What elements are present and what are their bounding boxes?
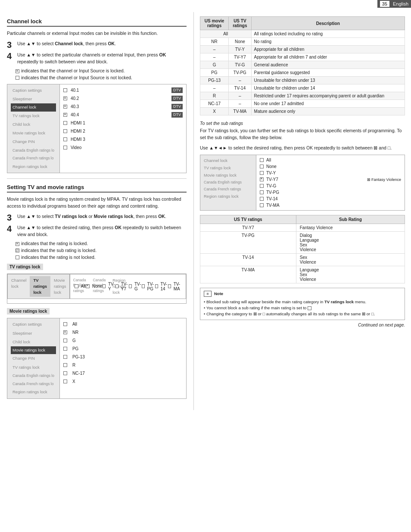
sub-sb-region[interactable]: Region ratings lock bbox=[200, 193, 256, 200]
sidebar-change-pin[interactable]: Change PIN bbox=[11, 137, 56, 146]
sub-tv-pg: TV-PG bbox=[260, 189, 401, 196]
tv-y: TV-Y bbox=[103, 276, 116, 297]
channel-40-2: 40.2 DTV bbox=[63, 94, 183, 103]
sidebar-channel-lock[interactable]: Channel lock bbox=[11, 103, 56, 111]
cb-tv-pg[interactable] bbox=[142, 284, 144, 288]
cb-hdmi2[interactable] bbox=[63, 129, 67, 133]
sub-row-14: TV-14 SexViolence bbox=[200, 254, 405, 266]
tv-sb-tv-ratings[interactable]: TV ratings lock bbox=[30, 276, 50, 297]
cb-sub-tvma[interactable] bbox=[260, 203, 264, 207]
sidebar-sleeptimer[interactable]: Sleeptimer bbox=[11, 95, 56, 103]
left-column: Channel lock Particular channels or exte… bbox=[0, 12, 194, 410]
td-g-desc: General audience bbox=[251, 61, 405, 69]
cb-movie-pg[interactable] bbox=[63, 347, 67, 351]
td-nr-desc: No rating bbox=[251, 38, 405, 46]
td-all-label: All bbox=[200, 30, 252, 38]
sidebar-movie-ratings[interactable]: Movie ratings lock bbox=[11, 129, 56, 137]
tv-step4-num: 4 bbox=[7, 224, 15, 233]
continued-text: Continued on next page. bbox=[200, 323, 405, 327]
mov-sb-canada-fr[interactable]: Canada French ratings lo bbox=[11, 380, 56, 388]
cb-tv-none[interactable] bbox=[86, 284, 90, 288]
tv-sb-movie-ratings[interactable]: Movie ratings lock bbox=[50, 276, 70, 297]
sub-sb-movie[interactable]: Movie ratings lock bbox=[200, 171, 256, 179]
mov-sb-canada-eng[interactable]: Canada English ratings lo bbox=[11, 372, 56, 380]
cb-movie-x[interactable] bbox=[63, 380, 67, 383]
right-column: US movieratings US TVratings Description… bbox=[194, 12, 411, 410]
movie-pg13: PG-13 bbox=[63, 353, 183, 361]
mov-sb-caption[interactable]: Caption settings bbox=[11, 320, 56, 329]
tv-step4-text: Use ▲▼ to select the desired rating, the… bbox=[17, 224, 187, 238]
cb-movie-g[interactable] bbox=[63, 339, 67, 342]
sub-sb-canada-fr[interactable]: Canada French ratings bbox=[200, 186, 256, 193]
tv-ratings-sidebar: Channel lock TV ratings lock Movie ratin… bbox=[7, 274, 70, 299]
movie-g: G bbox=[63, 336, 183, 345]
tv-ratings-step4: 4 Use ▲▼ to select the desired rating, t… bbox=[7, 224, 187, 238]
movie-nr: NR bbox=[63, 328, 183, 336]
channel-hdmi3: HDMI 3 bbox=[63, 135, 183, 143]
tv-sb-channel-lock[interactable]: Channel lock bbox=[8, 276, 30, 297]
cb-sub-tvy[interactable] bbox=[260, 171, 264, 175]
sidebar-canada-eng[interactable]: Canada English ratings lo bbox=[11, 146, 56, 155]
tv-ratings-step3: 3 Use ▲▼ to select TV ratings lock or Mo… bbox=[7, 213, 187, 222]
mov-sb-change-pin[interactable]: Change PIN bbox=[11, 354, 56, 363]
cb-40-3[interactable] bbox=[63, 105, 67, 109]
cb-sub-none[interactable] bbox=[260, 165, 264, 168]
sub-tv-ma-cell: TV-MA bbox=[200, 266, 296, 283]
td-pg13-desc: Unsuitable for children under 13 bbox=[251, 77, 405, 84]
cb-movie-all[interactable] bbox=[63, 322, 67, 326]
cb-sub-all[interactable] bbox=[260, 158, 264, 162]
cb-tv-y7[interactable] bbox=[115, 284, 118, 288]
note-icon: ≡ bbox=[204, 291, 212, 297]
cb-hdmi1[interactable] bbox=[63, 121, 67, 125]
ratings-table: US movieratings US TVratings Description… bbox=[200, 16, 405, 115]
cb-tv-g[interactable] bbox=[129, 284, 132, 288]
sub-tv-14-cell: TV-14 bbox=[200, 254, 296, 266]
cb-sub-tv14[interactable] bbox=[260, 197, 264, 201]
cb-movie-nr[interactable] bbox=[63, 330, 67, 334]
sidebar-child-lock-1[interactable]: Child lock bbox=[11, 120, 56, 129]
mov-sb-child-lock[interactable]: Child lock bbox=[11, 338, 56, 346]
movie-pg: PG bbox=[63, 345, 183, 353]
tv-step3-text: Use ▲▼ to select TV ratings lock or Movi… bbox=[17, 213, 166, 220]
cb-sub-tvy7[interactable] bbox=[260, 177, 264, 181]
sub-sb-tv[interactable]: TV ratings lock bbox=[200, 164, 256, 171]
cb-tv-ma[interactable] bbox=[168, 284, 171, 288]
mov-sb-region[interactable]: Region ratings lock bbox=[11, 388, 56, 396]
cb-40-2[interactable] bbox=[63, 96, 67, 100]
cb-hdmi3[interactable] bbox=[63, 137, 67, 141]
td-r-tv: – bbox=[229, 92, 251, 100]
cb-sub-tvg[interactable] bbox=[260, 184, 264, 188]
top-bar: 35 English bbox=[377, 0, 411, 8]
step3-text: Use ▲▼ to select Channel lock, then pres… bbox=[17, 40, 116, 47]
sub-ratings-title: To set the sub ratings bbox=[200, 121, 405, 126]
mov-sb-movie-ratings[interactable]: Movie ratings lock bbox=[11, 346, 56, 354]
cb-tv-y[interactable] bbox=[103, 284, 106, 288]
cb-movie-r[interactable] bbox=[63, 363, 67, 367]
cb-movie-pg13[interactable] bbox=[63, 355, 67, 359]
cb-40-1[interactable] bbox=[63, 88, 67, 92]
sidebar-region[interactable]: Region ratings lock bbox=[11, 162, 56, 171]
sidebar-tv-ratings[interactable]: TV ratings lock bbox=[11, 112, 56, 120]
row-nr: NR None No rating bbox=[200, 38, 405, 46]
cb-tv-all[interactable] bbox=[75, 284, 78, 288]
cb-tv-14[interactable] bbox=[155, 284, 158, 288]
sidebar-canada-fr[interactable]: Canada French ratings lo bbox=[11, 154, 56, 162]
page-number: 35 bbox=[380, 1, 389, 7]
tv-ratings-menu: Channel lock TV ratings lock Movie ratin… bbox=[7, 274, 187, 304]
mov-sb-tv-ratings[interactable]: TV ratings lock bbox=[11, 363, 56, 372]
cb-video[interactable] bbox=[63, 146, 67, 149]
sub-sb-channel[interactable]: Channel lock bbox=[200, 157, 256, 164]
td-pg13-movie: PG-13 bbox=[200, 77, 229, 84]
cb-checked-icon bbox=[16, 69, 19, 73]
bullet-unlocked: indicates that the channel or Input Sour… bbox=[16, 75, 187, 81]
channel-hdmi2: HDMI 2 bbox=[63, 127, 183, 135]
cb-40-4[interactable] bbox=[63, 113, 67, 117]
sidebar-caption-settings[interactable]: Caption settings bbox=[11, 86, 56, 95]
sub-tv-ma: TV-MA bbox=[260, 202, 401, 208]
tv-pg: TV-PG bbox=[142, 276, 155, 297]
cb-movie-nc17[interactable] bbox=[63, 371, 67, 375]
mov-sb-sleep[interactable]: Sleeptimer bbox=[11, 329, 56, 338]
sub-sb-canada-eng[interactable]: Canada English ratings bbox=[200, 179, 256, 186]
cb-sub-tvpg[interactable] bbox=[260, 190, 264, 194]
sub-ratings-desc: For TV ratings lock, you can further set… bbox=[200, 128, 405, 141]
